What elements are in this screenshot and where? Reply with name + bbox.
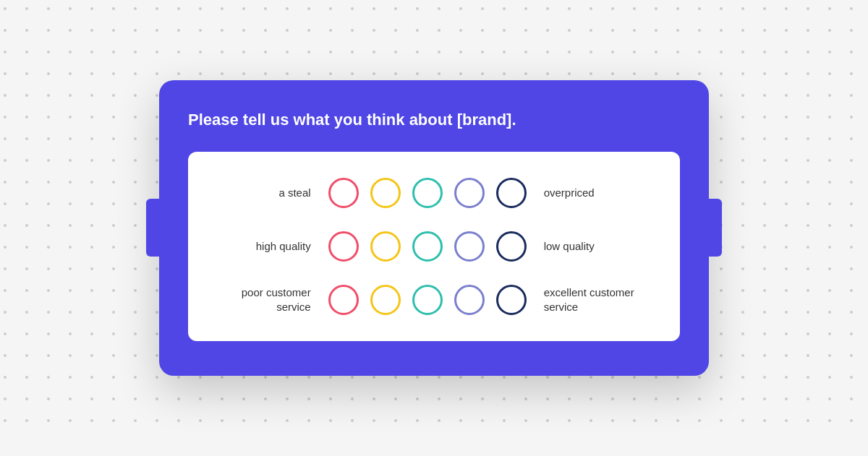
label-right-2: low quality [544,239,645,254]
radio-1-2[interactable] [370,178,401,208]
survey-inner-card: a steal overpriced high quality low qual… [188,152,680,341]
radio-3-1[interactable] [328,285,359,315]
survey-row-2: high quality low quality [223,231,645,262]
label-left-2: high quality [223,239,311,254]
question-title: Please tell us what you think about [bra… [188,109,680,132]
survey-card: Please tell us what you think about [bra… [159,80,709,376]
radio-1-3[interactable] [412,178,443,208]
label-left-1: a steal [223,186,311,200]
radio-2-5[interactable] [496,231,527,262]
circles-1 [328,178,527,208]
label-right-1: overpriced [544,186,645,200]
radio-3-4[interactable] [454,285,485,315]
radio-2-4[interactable] [454,231,485,262]
radio-3-3[interactable] [412,285,443,315]
radio-2-2[interactable] [370,231,401,262]
label-right-3: excellent customer service [544,285,645,314]
radio-2-1[interactable] [328,231,359,262]
circles-2 [328,231,527,262]
radio-3-5[interactable] [496,285,527,315]
survey-row-1: a steal overpriced [223,178,645,208]
radio-1-1[interactable] [328,178,359,208]
circles-3 [328,285,527,315]
survey-row-3: poor customer service excellent customer… [223,285,645,315]
radio-3-2[interactable] [370,285,401,315]
label-left-3: poor customer service [223,285,311,314]
radio-1-5[interactable] [496,178,527,208]
radio-1-4[interactable] [454,178,485,208]
radio-2-3[interactable] [412,231,443,262]
